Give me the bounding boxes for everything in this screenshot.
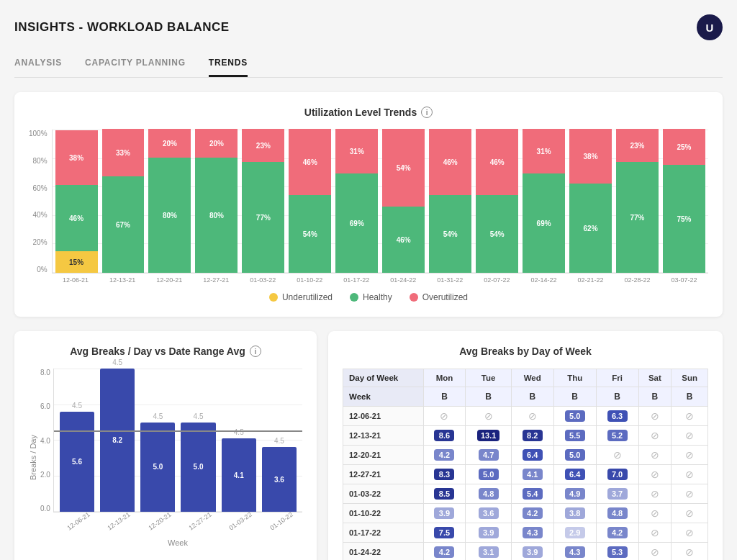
bar-seg-healthy: 77% <box>242 162 284 273</box>
breaks-day-info-icon[interactable]: i <box>250 346 261 357</box>
cell-value: 4.8 <box>607 507 628 519</box>
bar-stack: 31%69% <box>523 129 565 273</box>
breaks-dow-table-title: Avg Breaks by Day of Week <box>343 346 708 357</box>
cell-mon: 4.2 <box>423 446 466 465</box>
bar-value-label: 5.0 <box>153 463 163 471</box>
row-week-label: 12-13-21 <box>343 426 424 446</box>
table-header-row: Day of Week Mon Tue Wed Thu Fri Sat Sun <box>343 369 708 387</box>
cell-value: 4.7 <box>479 449 499 461</box>
util-bar-group: 46%54% <box>429 130 471 273</box>
legend-item-overutilized: Overutilized <box>410 292 468 302</box>
cell-sat: ⊘ <box>638 504 672 523</box>
average-line <box>54 430 302 432</box>
header: INSIGHTS - WORKLOAD BALANCE U <box>14 14 723 40</box>
cell-wed: 8.2 <box>511 426 553 446</box>
utilization-bar-chart-area: 100% 80% 60% 40% 20% 0% 38%46 <box>29 130 708 284</box>
cell-value: 3.1 <box>479 546 499 558</box>
bar-seg-over: 20% <box>148 129 191 158</box>
cell-value: 8.3 <box>434 469 454 480</box>
table-row: 01-03-228.54.85.44.93.7⊘⊘ <box>343 484 708 504</box>
cell-mon: 4.2 <box>423 543 466 561</box>
bar-stack: 25%75% <box>663 129 705 273</box>
cell-value: 3.9 <box>434 507 454 519</box>
cell-thu: 5.0 <box>553 407 596 426</box>
cell-sat: ⊘ <box>638 426 672 446</box>
bar-avg-label: 4.5 <box>274 437 284 445</box>
cell-fri: 5.2 <box>596 426 638 446</box>
col-header-wed: Wed <box>511 369 553 387</box>
bar-stack: 38%46%15% <box>55 130 98 273</box>
tabs: ANALYSIS CAPACITY PLANNING TRENDS <box>14 52 723 78</box>
bar-seg-over: 25% <box>663 129 705 165</box>
breaks-day-bars-container: 4.55.64.58.24.55.04.55.04.54.14.53.6 <box>53 369 302 512</box>
cell-thu: 3.8 <box>553 504 596 523</box>
table-row: 12-20-214.24.76.45.0⊘⊘⊘ <box>343 446 708 465</box>
tab-capacity[interactable]: CAPACITY PLANNING <box>85 52 186 77</box>
cell-wed: 4.1 <box>511 465 553 484</box>
breaks-dow-table-card: Avg Breaks by Day of Week Day of Week Mo… <box>328 331 723 560</box>
row-week-label: 01-17-22 <box>343 523 424 543</box>
cell-wed: 4.3 <box>511 523 553 543</box>
cell-value: 6.3 <box>607 410 628 422</box>
cell-tue: 5.0 <box>466 465 511 484</box>
breaks-bar-group: 4.58.2 <box>100 369 135 512</box>
cell-value: 3.8 <box>565 507 585 519</box>
bar-seg-over: 46% <box>289 129 331 195</box>
table-row: 01-10-223.93.64.23.84.8⊘⊘ <box>343 504 708 523</box>
bar-seg-over: 38% <box>569 129 612 184</box>
table-row: 01-17-227.53.94.32.94.2⊘⊘ <box>343 523 708 543</box>
col-header-sat: Sat <box>638 369 672 387</box>
legend-item-underutilized: Underutilized <box>269 292 333 302</box>
utilization-info-icon[interactable]: i <box>421 107 433 118</box>
cell-value: 3.9 <box>523 546 543 558</box>
utilization-legend: Underutilized Healthy Overutilized <box>29 292 708 302</box>
util-x-label: 01-17-22 <box>335 276 378 284</box>
table-subheader-row: Week B B B B B B B <box>343 387 708 407</box>
col-subheader-tue-b: B <box>466 387 511 407</box>
util-x-label: 02-14-22 <box>523 276 565 284</box>
cell-value: 7.5 <box>434 527 454 538</box>
tab-trends[interactable]: TRENDS <box>209 52 248 77</box>
tab-analysis[interactable]: ANALYSIS <box>14 52 62 77</box>
breaks-bar-group: 4.55.0 <box>140 369 175 512</box>
bar-seg-healthy: 75% <box>663 165 705 273</box>
util-bar-group: 23%77% <box>616 130 659 273</box>
bar-avg-label: 4.5 <box>194 412 204 420</box>
bar-stack: 38%62% <box>569 129 612 273</box>
cell-sun: ⊘ <box>672 407 708 426</box>
col-header-fri: Fri <box>596 369 638 387</box>
col-header-mon: Mon <box>423 369 466 387</box>
util-bar-group: 46%54% <box>289 130 331 273</box>
cell-fri: 6.3 <box>596 407 638 426</box>
bar-stack: 33%67% <box>102 129 145 273</box>
util-bar-group: 20%80% <box>148 130 191 273</box>
bar-seg-over: 31% <box>335 129 378 173</box>
util-bar-group: 23%77% <box>242 130 284 273</box>
breaks-day-y-title: Breaks / Day <box>29 369 37 547</box>
bar-seg-over: 23% <box>242 129 284 162</box>
cell-value: 13.1 <box>477 430 499 441</box>
cell-sat: ⊘ <box>638 523 672 543</box>
breaks-bar: 4.55.0 <box>140 423 175 512</box>
col-header-sun: Sun <box>672 369 708 387</box>
breaks-day-bars-wrapper: 4.55.64.58.24.55.04.55.04.54.14.53.6 12-… <box>53 369 302 547</box>
breaks-bar-group: 4.55.0 <box>181 369 215 512</box>
avatar[interactable]: U <box>697 14 723 40</box>
cell-value: 4.8 <box>479 488 499 500</box>
legend-dot-underutilized <box>269 293 278 302</box>
cell-value: 6.4 <box>523 449 543 461</box>
col-subheader-week: Week <box>343 387 424 407</box>
cell-tue: 3.6 <box>466 504 511 523</box>
util-x-label: 01-10-22 <box>289 276 331 284</box>
util-bar-group: 31%69% <box>523 130 565 273</box>
col-subheader-fri-b: B <box>596 387 638 407</box>
cell-value: 4.1 <box>523 469 543 480</box>
bar-value-label: 4.1 <box>234 471 244 479</box>
col-header-dow: Day of Week <box>343 369 424 387</box>
bar-seg-healthy: 62% <box>569 184 612 273</box>
col-subheader-sun-b: B <box>672 387 708 407</box>
bar-stack: 46%54% <box>289 129 331 273</box>
bar-value-label: 3.6 <box>274 476 284 484</box>
page-container: INSIGHTS - WORKLOAD BALANCE U ANALYSIS C… <box>14 14 723 560</box>
cell-wed: 5.4 <box>511 484 553 504</box>
